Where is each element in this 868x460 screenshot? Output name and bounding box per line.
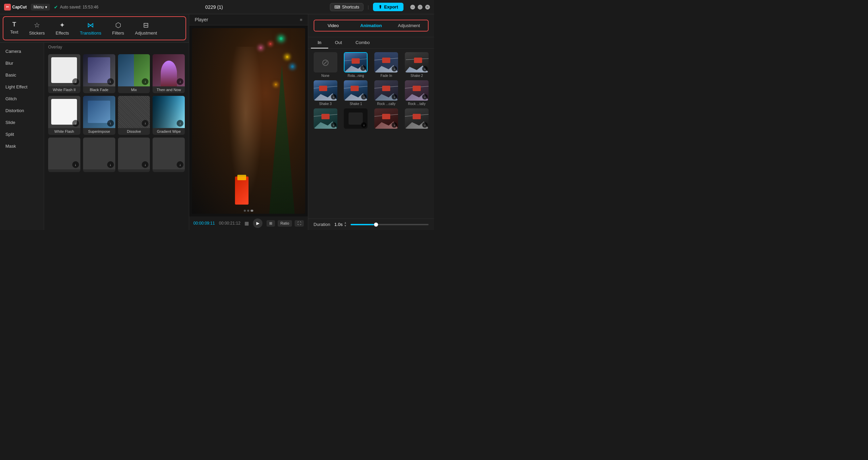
download-icon[interactable]: ↓	[422, 66, 428, 71]
effect-gradient-wipe[interactable]: ↓ Gradient Wipe	[153, 96, 185, 135]
export-button[interactable]: ⬆ Export	[373, 3, 403, 11]
text-icon: T	[12, 21, 16, 28]
anim-row3-3[interactable]: ↓	[372, 108, 400, 130]
subtab-in[interactable]: In	[311, 37, 328, 48]
anim-label-rock-tally: Rock ...tally	[408, 102, 426, 106]
sidebar-item-blur[interactable]: Blur	[0, 57, 44, 69]
anim-rotating[interactable]: ↓ Rota...ning	[342, 52, 370, 78]
effect-black-fade[interactable]: ↓ Black Fade	[83, 54, 115, 93]
download-icon[interactable]: ↓	[72, 161, 79, 168]
right-panel: Video Animation Adjustment In Out Combo …	[308, 14, 434, 230]
anim-shake3[interactable]: ↓ Shake 3	[312, 80, 339, 106]
effect-label: Dissolve	[118, 128, 150, 135]
anim-label-rotating: Rota...ning	[348, 74, 364, 78]
tool-nav-adjustment[interactable]: ⊟ Adjustment	[130, 18, 162, 38]
effect-more-2[interactable]: ↓	[83, 138, 115, 172]
effect-more-1[interactable]: ↓	[48, 138, 80, 172]
anim-label-fadein: Fade In	[380, 74, 392, 78]
fullscreen-button[interactable]: ⛶	[295, 220, 304, 227]
anim-row3-4[interactable]: ↓	[403, 108, 431, 130]
tool-nav-effects[interactable]: ✦ Effects	[50, 18, 75, 38]
logo-icon: ✂	[4, 4, 11, 11]
download-icon[interactable]: ↓	[107, 120, 114, 127]
sidebar-item-glitch[interactable]: Glitch	[0, 93, 44, 105]
anim-shake1[interactable]: ↓ Shake 1	[342, 80, 370, 106]
anim-rock-tally[interactable]: ↓ Rock ...tally	[403, 80, 431, 106]
maximize-button[interactable]: □	[418, 5, 422, 9]
tab-video[interactable]: Video	[314, 20, 352, 31]
subtab-combo[interactable]: Combo	[349, 37, 377, 48]
anim-label-shake3: Shake 3	[319, 102, 332, 106]
download-icon[interactable]: ↓	[177, 78, 183, 85]
tab-adjustment[interactable]: Adjustment	[390, 20, 428, 31]
grid-icon[interactable]: ▦	[244, 221, 249, 226]
tool-nav-filters[interactable]: ⬡ Filters	[107, 18, 130, 38]
export-icon: ⬆	[378, 4, 382, 9]
shortcuts-button[interactable]: ⌨ Shortcuts	[330, 3, 364, 11]
download-icon[interactable]: ↓	[107, 161, 114, 168]
sidebar-item-slide[interactable]: Slide	[0, 117, 44, 128]
subtab-out[interactable]: Out	[328, 37, 349, 48]
effect-more-4[interactable]: ↓	[153, 138, 185, 172]
download-icon[interactable]: ↓	[107, 78, 114, 85]
menu-button[interactable]: Menu ▾	[31, 4, 50, 11]
tool-nav: T Text ☆ Stickers ✦ Effects ⋈ Transition…	[3, 16, 186, 40]
tool-nav-transitions[interactable]: ⋈ Transitions	[75, 18, 107, 38]
effect-white-flash[interactable]: ↓ White Flash	[48, 96, 80, 135]
duration-slider[interactable]	[351, 224, 429, 225]
tab-animation[interactable]: Animation	[352, 20, 390, 31]
sidebar-item-distortion[interactable]: Distortion	[0, 105, 44, 117]
download-icon[interactable]: ↓	[177, 120, 183, 127]
ratio-button[interactable]: Ratio	[278, 220, 292, 227]
sidebar-item-basic[interactable]: Basic	[0, 69, 44, 81]
anim-label-shake1: Shake 1	[350, 102, 362, 106]
menu-chevron-icon: ▾	[45, 5, 47, 9]
effect-mix[interactable]: ↓ Mix	[118, 54, 150, 93]
effect-white-flash-ii[interactable]: ↓ White Flash II	[48, 54, 80, 93]
effect-then-and-now[interactable]: ↓ Then and Now	[153, 54, 185, 93]
anim-thumb-rotating: ↓	[344, 52, 368, 72]
player-scene	[192, 28, 305, 214]
effect-label: Black Fade	[83, 86, 115, 93]
crop-button[interactable]: ⊞	[267, 220, 275, 227]
sidebar-item-split[interactable]: Split	[0, 128, 44, 140]
download-icon[interactable]: ↓	[142, 161, 149, 168]
anim-shake2[interactable]: ↓ Shake 2	[403, 52, 431, 78]
download-icon[interactable]: ↓	[331, 122, 336, 128]
download-icon[interactable]: ↓	[422, 94, 428, 100]
effects-grid: ↓ White Flash II ↓ Black Fade	[44, 50, 189, 176]
effect-dissolve[interactable]: ↓ Dissolve	[118, 96, 150, 135]
anim-fade-in[interactable]: ↓ Fade In	[372, 52, 400, 78]
download-icon[interactable]: ↓	[72, 120, 79, 127]
duration-label: Duration	[314, 222, 330, 227]
download-icon[interactable]: ↓	[72, 78, 79, 85]
close-button[interactable]: ✕	[425, 5, 430, 9]
download-icon[interactable]: ↓	[177, 161, 183, 168]
anim-none[interactable]: ⊘ None	[312, 52, 339, 78]
sidebar-item-light-effect[interactable]: Light Effect	[0, 81, 44, 93]
player-video[interactable]	[192, 28, 305, 214]
download-icon[interactable]: ↓	[422, 122, 428, 128]
sidebar-item-camera[interactable]: Camera	[0, 45, 44, 57]
anim-row3-1[interactable]: ↓	[312, 108, 339, 130]
player-menu-icon[interactable]: ≡	[300, 17, 302, 22]
anim-row3-2[interactable]: ↓	[342, 108, 370, 130]
menu-label: Menu	[34, 5, 44, 9]
tool-nav-stickers[interactable]: ☆ Stickers	[24, 18, 50, 38]
anim-thumb-rock-tally: ↓	[405, 80, 429, 101]
play-button[interactable]: ▶	[253, 218, 262, 228]
tool-nav-text[interactable]: T Text	[5, 18, 24, 38]
duration-value: 1.0s	[334, 222, 343, 227]
download-icon[interactable]: ↓	[331, 94, 336, 100]
project-title: 0229 (1)	[102, 4, 326, 10]
effect-superimpose[interactable]: ↓ Superimpose	[83, 96, 115, 135]
anim-rock-cally[interactable]: ↓ Rock ...cally	[372, 80, 400, 106]
duration-stepper[interactable]: ▲ ▼	[344, 222, 347, 227]
effect-more-3[interactable]: ↓	[118, 138, 150, 172]
sidebar-item-mask[interactable]: Mask	[0, 140, 44, 152]
anim-thumb-row3-4: ↓	[405, 108, 429, 129]
time-total: 00:00:21:12	[219, 221, 240, 226]
minimize-button[interactable]: ─	[410, 5, 415, 9]
app-name: CapCut	[12, 5, 27, 9]
keyboard-icon: ⌨	[334, 5, 340, 9]
